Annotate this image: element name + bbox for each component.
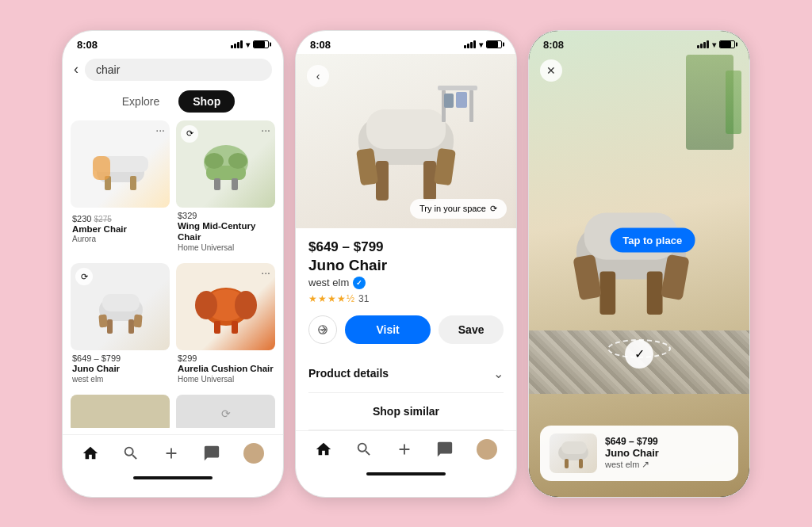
svg-rect-29	[438, 86, 477, 90]
stars-display: ★★★★½	[308, 293, 355, 304]
external-link-icon: ↗	[642, 459, 649, 470]
nav-search-1[interactable]	[122, 445, 140, 462]
product-card-juno[interactable]: ⟳ $649 – $799 Juno Chair west elm	[71, 263, 170, 388]
phones-container: 8:08 ▾ ‹ chair Explore Shop	[46, 14, 766, 514]
more-options-amber[interactable]: ···	[155, 124, 165, 136]
signal-icon-3	[697, 40, 709, 48]
detail-brand: west elm	[308, 277, 349, 288]
product-hero: ‹ Try in your space ⟳	[296, 54, 516, 228]
share-button[interactable]	[308, 315, 337, 344]
search-input[interactable]: chair	[85, 59, 272, 81]
svg-rect-32	[444, 94, 454, 108]
battery-icon-2	[486, 40, 502, 48]
shop-similar-label: Shop similar	[373, 405, 439, 418]
search-icon-1	[122, 445, 140, 462]
more-options-aurelia[interactable]: ···	[261, 266, 270, 279]
status-bar-3: 8:08 ▾	[529, 31, 749, 54]
home-indicator-2	[296, 466, 516, 482]
product-card-amber[interactable]: ··· $230 $275 Amber Chair Aurora	[71, 120, 170, 258]
explore-tab[interactable]: Explore	[111, 90, 170, 113]
svg-point-9	[205, 153, 224, 169]
shop-tab[interactable]: Shop	[178, 90, 235, 113]
ar-product-card[interactable]: $649 – $799 Juno Chair west elm ↗	[540, 426, 738, 481]
battery-icon	[253, 40, 269, 48]
ar-product-info: $649 – $799 Juno Chair west elm ↗	[605, 436, 729, 470]
nav-message-1[interactable]	[203, 445, 220, 462]
back-button[interactable]: ‹	[74, 61, 79, 78]
shop-similar-row[interactable]: Shop similar	[308, 393, 504, 430]
chevron-down-icon: ⌄	[493, 366, 504, 381]
svg-point-21	[195, 291, 217, 319]
bottom-nav-2	[296, 430, 516, 466]
product-name-wing: Wing Mid-Century Chair	[178, 220, 274, 244]
product-name-aurelia: Aurelia Cushion Chair	[178, 363, 274, 375]
nav-avatar-1[interactable]	[243, 443, 264, 464]
ar-confirm-button[interactable]: ✓	[625, 340, 653, 369]
status-icons-2: ▾	[464, 40, 502, 49]
save-button[interactable]: Save	[439, 315, 504, 344]
product-details-row[interactable]: Product details ⌄	[308, 355, 504, 393]
verified-badge: ✓	[353, 277, 366, 289]
partial-card-1	[71, 395, 170, 428]
status-icons-1: ▾	[231, 40, 269, 49]
share-icon	[317, 324, 328, 335]
aurelia-chair-svg	[190, 275, 262, 338]
product-image-amber: ···	[71, 120, 170, 208]
svg-rect-12	[102, 294, 140, 311]
try-space-label: Try in your space	[419, 204, 486, 213]
ar-icon: ⟳	[490, 204, 497, 214]
product-name-amber: Amber Chair	[72, 223, 168, 235]
partial-card-2: ⟳	[176, 395, 275, 428]
detail-price: $649 – $799	[308, 239, 504, 255]
search-bar-row: ‹ chair	[63, 54, 283, 87]
add-icon-2	[396, 441, 413, 458]
phone-2: 8:08 ▾ ‹	[295, 30, 517, 498]
try-in-space-button[interactable]: Try in your space ⟳	[410, 199, 507, 219]
wifi-icon-2: ▾	[479, 40, 483, 49]
svg-rect-19	[214, 321, 220, 334]
svg-rect-7	[214, 178, 220, 190]
tap-to-place-button[interactable]: Tap to place	[610, 228, 695, 253]
review-count: 31	[358, 293, 369, 304]
product-name-juno: Juno Chair	[72, 363, 168, 375]
nav-add-1[interactable]	[163, 445, 180, 462]
home-icon-1	[82, 445, 99, 462]
message-icon-1	[203, 445, 220, 462]
svg-rect-41	[561, 441, 587, 454]
signal-icon-2	[464, 40, 476, 48]
nav-avatar-2[interactable]	[477, 439, 497, 460]
wing-chair-svg	[190, 132, 262, 196]
product-price-juno: $649 – $799	[72, 353, 168, 363]
search-icon-2	[355, 441, 373, 458]
status-bar-2: 8:08 ▾	[296, 31, 516, 54]
nav-search-2[interactable]	[355, 441, 373, 458]
nav-message-2[interactable]	[436, 441, 454, 458]
svg-rect-25	[376, 161, 389, 200]
product-price-amber: $230 $275	[72, 214, 112, 223]
ar-close-button[interactable]: ✕	[540, 59, 562, 82]
visit-button[interactable]: Visit	[345, 315, 431, 344]
ar-thumb-chair-svg	[552, 435, 596, 471]
price-row-amber: $230 $275	[72, 214, 168, 223]
bottom-nav-1	[63, 434, 283, 470]
product-brand-aurelia: Home Universal	[178, 375, 274, 384]
detail-brand-row: west elm ✓	[308, 277, 504, 289]
juno-chair-svg	[85, 275, 156, 338]
nav-home-2[interactable]	[315, 441, 332, 458]
product-card-wing[interactable]: ⟳ ··· $329 Wing Mid-Century Chair Home U…	[176, 120, 275, 258]
more-options-wing[interactable]: ···	[261, 124, 270, 136]
nav-home-1[interactable]	[82, 445, 99, 462]
avatar-1	[243, 443, 264, 464]
hero-back-button[interactable]: ‹	[307, 65, 329, 87]
product-card-aurelia[interactable]: ··· $299 Aurelia Cushion Chair Home Univ…	[176, 263, 275, 388]
product-brand-wing: Home Universal	[178, 243, 274, 252]
svg-rect-16	[133, 315, 142, 328]
product-image-wing: ⟳ ···	[176, 120, 275, 208]
svg-rect-20	[232, 321, 238, 334]
status-icons-3: ▾	[697, 40, 735, 49]
ar-product-price: $649 – $799	[605, 436, 729, 447]
nav-add-2[interactable]	[396, 441, 413, 458]
status-bar-1: 8:08 ▾	[63, 31, 283, 54]
svg-rect-13	[107, 319, 113, 334]
stars-row: ★★★★½ 31	[308, 293, 504, 304]
